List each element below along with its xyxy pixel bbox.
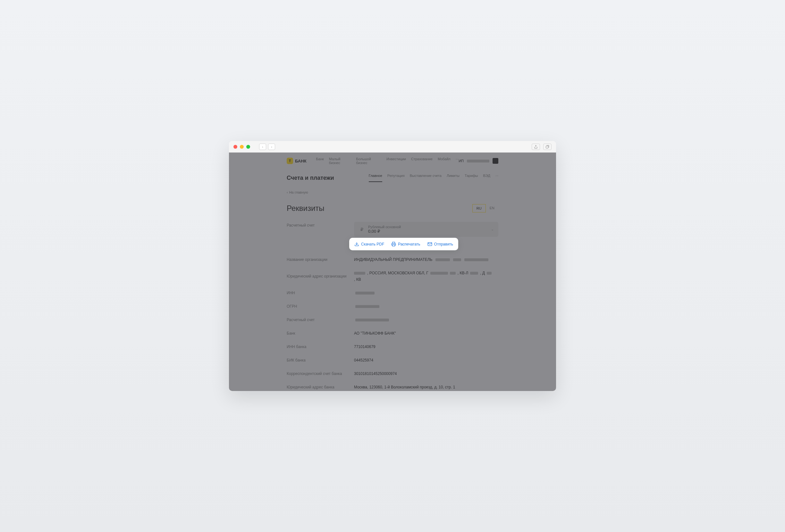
logo[interactable]: Т БАНК <box>287 158 307 164</box>
maximize-button[interactable] <box>246 145 250 149</box>
detail-value <box>354 292 375 294</box>
detail-row: Корреспондентский счет банка301018101452… <box>287 367 498 380</box>
send-label: Отправить <box>434 242 453 246</box>
tab-invoice[interactable]: Выставление счета <box>410 174 441 182</box>
detail-value: АО "ТИНЬКОФФ БАНК" <box>354 331 396 336</box>
nav-mobile[interactable]: Мобайл <box>438 157 451 165</box>
nav-big-biz[interactable]: Большой бизнес <box>356 157 381 165</box>
detail-label: Банк <box>287 331 351 336</box>
detail-row: БИК банка044525974 <box>287 353 498 367</box>
ruble-icon: ₽ <box>358 226 365 233</box>
page: Т БАНК Банк Малый бизнес Большой бизнес … <box>229 153 556 391</box>
profile[interactable]: ИП <box>459 158 498 164</box>
nav-insurance[interactable]: Страхование <box>411 157 433 165</box>
download-icon <box>354 242 359 246</box>
actions-popup: Скачать PDF Распечатать Отправить <box>349 238 458 250</box>
account-info: Рублевый основной 0,00 ₽ <box>368 225 401 234</box>
lang-en[interactable]: EN <box>486 204 498 212</box>
print-icon <box>391 242 396 246</box>
account-name: Рублевый основной <box>368 225 401 229</box>
detail-row: Расчетный счет <box>287 313 498 326</box>
browser-window: ‹ › Т БАНК Банк Малый бизнес Большой биз… <box>229 141 556 391</box>
detail-row: БанкАО "ТИНЬКОФФ БАНК" <box>287 326 498 340</box>
detail-label: БИК банка <box>287 358 351 363</box>
profile-prefix: ИП <box>459 159 464 163</box>
top-nav: Банк Малый бизнес Большой бизнес Инвести… <box>316 157 459 165</box>
account-label: Расчетный счет <box>287 222 351 228</box>
detail-row: Юридический адрес организации, РОССИЯ, М… <box>287 266 498 286</box>
detail-label: Юридический адрес банка <box>287 385 351 390</box>
account-value: 0,00 ₽ <box>368 229 401 234</box>
window-controls <box>233 145 250 149</box>
back-link[interactable]: ‹ На главную <box>287 187 498 198</box>
svg-rect-0 <box>546 146 548 148</box>
detail-value: 30101810145250000974 <box>354 371 397 376</box>
detail-value: ИНДИВИДУАЛЬНЫЙ ПРЕДПРИНИМАТЕЛЬ <box>354 257 488 262</box>
tab-tariffs[interactable]: Тарифы <box>465 174 478 182</box>
download-pdf-button[interactable]: Скачать PDF <box>354 242 384 246</box>
detail-label: Название организации <box>287 257 351 262</box>
detail-value <box>354 319 389 321</box>
tab-main[interactable]: Главное <box>369 174 382 182</box>
profile-name-redacted <box>467 160 489 162</box>
tab-more-icon[interactable]: ··· <box>496 174 498 182</box>
tabs-icon[interactable] <box>543 143 552 150</box>
download-label: Скачать PDF <box>361 242 384 246</box>
detail-label: ИНН банка <box>287 345 351 349</box>
content: Т БАНК Банк Малый бизнес Большой бизнес … <box>229 153 556 391</box>
page-title-row: Реквизиты RU EN <box>287 198 498 218</box>
detail-value: , РОССИЯ, МОСКОВСКАЯ ОБЛ, Г , КВ-Л , Д ,… <box>354 271 498 282</box>
account-row: Расчетный счет ₽ Рублевый основной 0,00 … <box>287 218 498 240</box>
detail-value: 7710140679 <box>354 345 376 349</box>
back-label: На главную <box>289 190 308 194</box>
detail-row: Юридический адрес банкаМосква, 123060, 1… <box>287 380 498 391</box>
detail-value: 044525974 <box>354 358 373 363</box>
print-button[interactable]: Распечатать <box>391 242 420 246</box>
chevron-down-icon: ⌄ <box>491 227 494 231</box>
account-select[interactable]: ₽ Рублевый основной 0,00 ₽ ⌄ <box>354 222 498 237</box>
nav-more-icon[interactable]: ··· <box>456 157 459 165</box>
forward-button[interactable]: › <box>268 143 275 150</box>
send-icon <box>427 242 432 246</box>
detail-label: Корреспондентский счет банка <box>287 371 351 376</box>
subheader: Счета и платежи Главное Репутация Выстав… <box>287 169 498 187</box>
detail-label: ИНН <box>287 291 351 295</box>
tab-ved[interactable]: ВЭД <box>483 174 490 182</box>
detail-row: ИНН <box>287 286 498 300</box>
tab-reputation[interactable]: Репутация <box>387 174 405 182</box>
detail-label: Юридический адрес организации <box>287 274 351 278</box>
detail-label: ОГРН <box>287 304 351 309</box>
nav-small-biz[interactable]: Малый бизнес <box>329 157 351 165</box>
detail-row: Название организацииИНДИВИДУАЛЬНЫЙ ПРЕДП… <box>287 253 498 266</box>
titlebar: ‹ › <box>229 141 556 153</box>
page-title: Реквизиты <box>287 204 325 213</box>
profile-badge-icon <box>492 158 498 164</box>
header: Т БАНК Банк Малый бизнес Большой бизнес … <box>287 153 498 169</box>
print-label: Распечатать <box>398 242 420 246</box>
lang-ru[interactable]: RU <box>472 204 486 212</box>
nav-arrows: ‹ › <box>259 143 275 150</box>
nav-bank[interactable]: Банк <box>316 157 324 165</box>
send-button[interactable]: Отправить <box>427 242 453 246</box>
close-button[interactable] <box>233 145 237 149</box>
detail-label: Расчетный счет <box>287 318 351 322</box>
detail-row: ОГРН <box>287 300 498 313</box>
detail-value: Москва, 123060, 1-й Волоколамский проезд… <box>354 385 455 390</box>
chevron-left-icon: ‹ <box>287 190 288 194</box>
nav-invest[interactable]: Инвестиции <box>386 157 406 165</box>
lang-switch: RU EN <box>472 204 498 212</box>
share-icon[interactable] <box>532 143 540 150</box>
page-subtitle: Счета и платежи <box>287 175 334 181</box>
logo-badge-icon: Т <box>287 158 293 164</box>
detail-row: ИНН банка7710140679 <box>287 340 498 353</box>
tab-limits[interactable]: Лимиты <box>447 174 459 182</box>
back-button[interactable]: ‹ <box>259 143 266 150</box>
logo-text: БАНК <box>295 159 307 163</box>
minimize-button[interactable] <box>240 145 244 149</box>
tabs: Главное Репутация Выставление счета Лими… <box>369 174 498 182</box>
detail-value <box>354 305 379 308</box>
